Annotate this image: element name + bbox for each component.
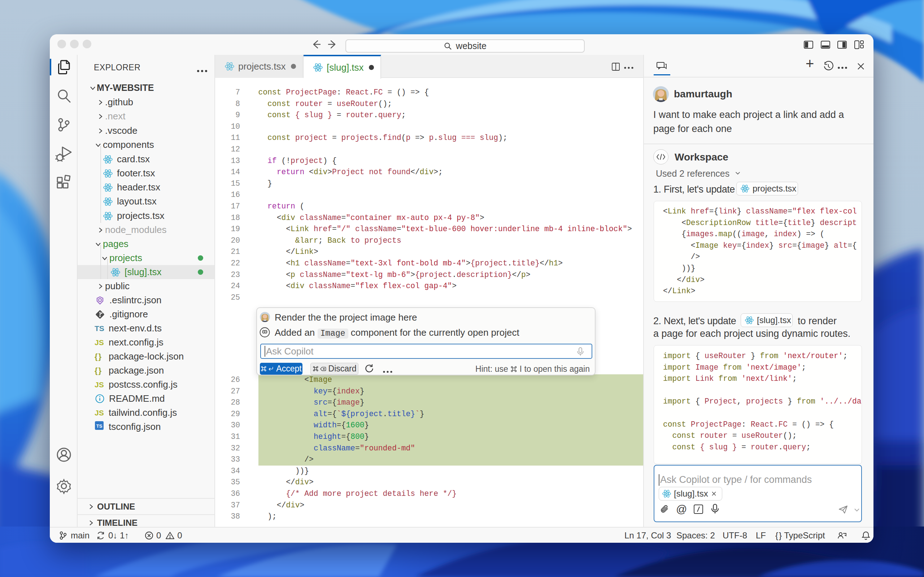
svg-text:TS: TS	[96, 423, 102, 429]
